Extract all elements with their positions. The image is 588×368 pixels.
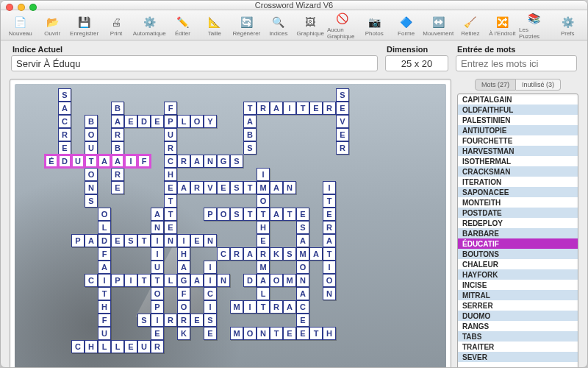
grid-cell[interactable]: B — [111, 102, 124, 115]
toolbar-enregistrer[interactable]: 💾Enregistrer — [69, 14, 99, 37]
grid-cell[interactable]: T — [243, 102, 257, 115]
grid-cell[interactable]: N — [164, 234, 177, 247]
grid-cell[interactable]: S — [137, 314, 151, 327]
current-clue-input[interactable]: Servir À Éduqu — [11, 55, 378, 71]
grid-cell[interactable]: E — [190, 234, 204, 247]
grid-cell[interactable]: M — [230, 327, 243, 340]
grid-cell[interactable]: E — [111, 234, 124, 247]
grid-cell[interactable]: N — [283, 181, 296, 194]
grid-cell[interactable]: E — [296, 314, 309, 327]
grid-cell[interactable]: A — [111, 115, 124, 128]
toolbar-automatique[interactable]: ⚙️Automatique — [133, 14, 166, 37]
word-row[interactable]: SERRER — [458, 300, 578, 311]
grid-cell[interactable]: S — [204, 314, 217, 327]
grid-cell[interactable]: B — [243, 128, 257, 141]
grid-cell[interactable]: I — [177, 234, 190, 247]
grid-cell[interactable]: A — [270, 181, 283, 194]
grid-cell[interactable]: P — [71, 234, 85, 247]
grid-cell[interactable]: E — [309, 102, 323, 115]
grid-cell[interactable]: B — [85, 115, 98, 128]
grid-cell[interactable]: E — [323, 208, 336, 221]
word-row[interactable]: ÉDUCATIF — [458, 238, 578, 249]
grid-cell[interactable]: N — [85, 181, 98, 194]
word-row[interactable]: PALESTINIEN — [458, 115, 578, 125]
word-row[interactable]: ITERATION — [458, 177, 578, 187]
grid-cell[interactable]: E — [58, 141, 71, 155]
grid-cell[interactable]: T — [164, 194, 177, 208]
grid-cell[interactable]: O — [177, 300, 190, 314]
grid-cell[interactable]: M — [283, 274, 296, 287]
grid-cell[interactable]: T — [270, 327, 283, 340]
grid-cell[interactable]: U — [137, 340, 151, 353]
grid-cell[interactable]: C — [71, 340, 85, 353]
grid-cell[interactable]: D — [98, 234, 111, 247]
grid-cell[interactable]: I — [124, 155, 137, 168]
grid-cell[interactable]: S — [296, 221, 309, 234]
grid-cell[interactable]: I — [98, 274, 111, 287]
grid-cell[interactable]: G — [217, 155, 230, 168]
grid-cell[interactable]: S — [124, 234, 137, 247]
grid-cell[interactable]: L — [98, 340, 111, 353]
grid-cell[interactable]: S — [336, 88, 349, 102]
grid-cell[interactable]: O — [243, 327, 257, 340]
word-row[interactable]: MONTEITH — [458, 197, 578, 208]
grid-cell[interactable]: T — [257, 300, 270, 314]
grid-cell[interactable]: S — [230, 155, 243, 168]
grid-cell[interactable]: D — [243, 274, 257, 287]
grid-cell[interactable]: H — [257, 221, 270, 234]
grid-cell[interactable]: T — [283, 208, 296, 221]
entry-input[interactable] — [456, 55, 577, 71]
toolbar-taille[interactable]: 📐Taille — [199, 14, 229, 37]
crossword-grid[interactable]: SACREBOUTONSBARBAREEDEPLOYÉDUAIFFURCHETT… — [15, 84, 446, 368]
grid-cell[interactable]: C — [204, 287, 217, 300]
grid-cell[interactable]: T — [85, 155, 98, 168]
puzzle-board[interactable]: SACREBOUTONSBARBAREEDEPLOYÉDUAIFFURCHETT… — [15, 84, 446, 368]
word-row[interactable]: OLDFAITHFUL — [458, 105, 578, 115]
grid-cell[interactable]: O — [190, 115, 204, 128]
grid-cell[interactable]: I — [257, 168, 270, 181]
grid-cell[interactable]: M — [257, 181, 270, 194]
word-row[interactable]: SEVER — [458, 352, 578, 362]
grid-cell[interactable]: T — [137, 234, 151, 247]
grid-cell[interactable]: A — [270, 102, 283, 115]
grid-cell[interactable]: I — [323, 261, 336, 274]
word-row[interactable] — [458, 362, 578, 368]
word-list[interactable]: CAPITALGAINOLDFAITHFULPALESTINIENANTIUTO… — [457, 93, 578, 368]
grid-cell[interactable]: E — [336, 128, 349, 141]
grid-cell[interactable]: K — [270, 247, 283, 261]
grid-cell[interactable]: C — [164, 155, 177, 168]
toolbar-les-puzzles[interactable]: 📚Les Puzzles — [519, 10, 549, 40]
grid-cell[interactable]: P — [151, 300, 164, 314]
grid-cell[interactable]: A — [85, 234, 98, 247]
grid-cell[interactable]: R — [151, 340, 164, 353]
grid-cell[interactable]: E — [296, 327, 309, 340]
toolbar--diter[interactable]: ✏️Éditer — [168, 14, 198, 37]
grid-cell[interactable]: A — [177, 261, 190, 274]
grid-cell[interactable]: A — [257, 274, 270, 287]
grid-cell[interactable]: O — [296, 261, 309, 274]
grid-cell[interactable]: R — [270, 300, 283, 314]
word-row[interactable]: HAYFORK — [458, 269, 578, 280]
grid-cell[interactable]: T — [98, 287, 111, 300]
grid-cell[interactable]: O — [217, 208, 230, 221]
grid-cell[interactable]: T — [243, 208, 257, 221]
grid-cell[interactable]: I — [204, 261, 217, 274]
grid-cell[interactable]: N — [204, 234, 217, 247]
grid-cell[interactable]: R — [177, 314, 190, 327]
grid-cell[interactable]: L — [257, 287, 270, 300]
grid-cell[interactable]: S — [85, 194, 98, 208]
grid-cell[interactable]: F — [164, 102, 177, 115]
grid-cell[interactable]: P — [164, 115, 177, 128]
toolbar-prefs[interactable]: ⚙️Prefs — [553, 14, 583, 37]
grid-cell[interactable]: E — [296, 208, 309, 221]
toolbar-retirez[interactable]: 🧹Retirez — [455, 14, 485, 37]
grid-cell[interactable]: E — [257, 234, 270, 247]
grid-cell[interactable]: R — [164, 314, 177, 327]
grid-cell[interactable]: L — [177, 115, 190, 128]
grid-cell[interactable]: V — [336, 115, 349, 128]
grid-cell[interactable]: A — [98, 261, 111, 274]
grid-cell[interactable]: R — [257, 102, 270, 115]
grid-cell[interactable]: U — [71, 155, 85, 168]
grid-cell[interactable]: T — [323, 247, 336, 261]
word-row[interactable]: REDEPLOY — [458, 218, 578, 228]
